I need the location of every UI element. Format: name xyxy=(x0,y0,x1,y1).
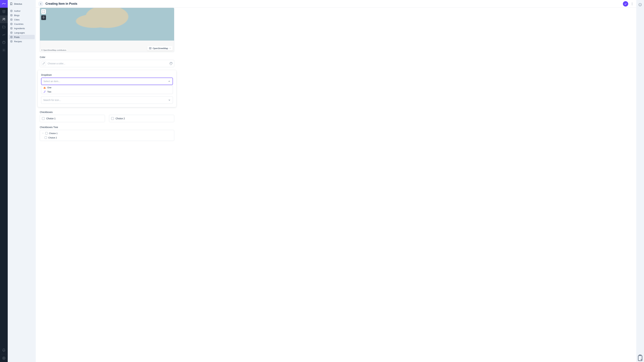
svg-point-19 xyxy=(171,62,171,63)
map-locate-button[interactable] xyxy=(41,15,46,20)
info-rail xyxy=(636,0,644,362)
collection-sidebar: Directus Author Blogs Cities Countries I… xyxy=(8,0,36,362)
color-placeholder: Choose a color... xyxy=(48,62,168,65)
brand-name: Directus xyxy=(14,3,22,5)
dropdown-option-label: One xyxy=(47,86,52,89)
svg-point-12 xyxy=(10,36,12,37)
back-button[interactable] xyxy=(38,1,44,6)
chevron-down-icon xyxy=(169,47,171,49)
svg-point-3 xyxy=(3,50,4,51)
svg-point-9 xyxy=(10,23,12,24)
activity-button[interactable] xyxy=(636,354,644,362)
brand-logo[interactable] xyxy=(0,0,8,8)
map-icon xyxy=(149,47,152,50)
color-swatch[interactable] xyxy=(41,61,46,66)
info-button[interactable] xyxy=(636,1,644,8)
module-files[interactable] xyxy=(0,23,8,31)
nav-item-languages[interactable]: Languages xyxy=(9,30,35,35)
notifications-button[interactable] xyxy=(0,347,8,354)
svg-point-8 xyxy=(10,18,12,19)
nav-item-label: Countries xyxy=(14,23,24,25)
svg-point-17 xyxy=(43,17,44,17)
page-title: Creating Item in Posts xyxy=(46,2,77,5)
nav-item-posts[interactable]: Posts xyxy=(9,35,35,39)
check-icon xyxy=(624,2,627,5)
map-fullscreen-button[interactable] xyxy=(41,9,46,14)
checkboxes-tree-field: Choice 1 Choice 2 xyxy=(40,130,174,141)
svg-point-16 xyxy=(632,4,632,5)
chevron-down-icon xyxy=(168,99,171,101)
pin-icon xyxy=(42,16,45,19)
more-vertical-icon xyxy=(632,2,632,5)
module-docs[interactable] xyxy=(0,38,8,46)
tree-item-label: Choice 1 xyxy=(49,132,58,135)
svg-point-13 xyxy=(10,40,12,41)
save-button[interactable] xyxy=(623,1,628,6)
nav-item-label: Blogs xyxy=(14,14,20,16)
dropdown-toggle[interactable] xyxy=(168,80,170,83)
checkbox-label: Choice 1 xyxy=(46,117,56,120)
icon-search-input[interactable]: Search for icon... xyxy=(41,96,173,104)
palette-button[interactable] xyxy=(170,62,173,65)
svg-point-18 xyxy=(170,63,170,63)
svg-point-5 xyxy=(3,357,4,358)
nav-item-recipes[interactable]: Recipes xyxy=(9,39,35,43)
module-content[interactable] xyxy=(0,8,8,15)
sidebar-header: Directus xyxy=(8,0,36,8)
svg-point-20 xyxy=(172,63,172,63)
color-field[interactable]: Choose a color... xyxy=(40,60,174,67)
nav-item-cities[interactable]: Cities xyxy=(9,17,35,22)
dropdown-menu: One Two xyxy=(41,85,173,94)
svg-point-6 xyxy=(10,10,12,10)
map-field[interactable]: OpenStreetMap © OpenStreetMap contributo… xyxy=(40,8,174,52)
nav-item-label: Posts xyxy=(14,36,20,38)
nav-item-blogs[interactable]: Blogs xyxy=(9,13,35,17)
checkbox-label: Choice 2 xyxy=(116,117,125,120)
svg-point-21 xyxy=(45,91,45,91)
svg-point-1 xyxy=(4,18,5,19)
tree-item-choice-1[interactable]: Choice 1 xyxy=(40,131,174,135)
page-header: Creating Item in Posts xyxy=(36,0,636,8)
dropdown-option-two[interactable]: Two xyxy=(41,90,173,94)
checkbox-icon xyxy=(111,117,114,120)
map-layer-selector[interactable]: OpenStreetMap xyxy=(147,46,173,51)
field-label-checkboxes: Checkboxes xyxy=(40,111,174,113)
dropdown-input[interactable]: Select an item... xyxy=(41,78,173,85)
module-insights[interactable] xyxy=(0,31,8,38)
dropdown-placeholder: Select an item... xyxy=(44,80,166,83)
nav-item-author[interactable]: Author xyxy=(9,9,35,13)
dropdown-option-label: Two xyxy=(47,90,51,93)
tree-item-choice-2[interactable]: Choice 2 xyxy=(40,135,174,140)
checkbox-choice-1[interactable]: Choice 1 xyxy=(40,115,105,122)
checkbox-icon xyxy=(45,132,48,134)
info-icon xyxy=(638,3,642,6)
account-button[interactable] xyxy=(0,354,8,362)
field-label-dropdown: Dropdown xyxy=(41,73,173,76)
checkbox-choice-2[interactable]: Choice 2 xyxy=(109,115,174,122)
nav-item-label: Recipes xyxy=(14,40,22,43)
svg-point-7 xyxy=(10,14,12,15)
svg-point-15 xyxy=(632,3,632,4)
nav-item-label: Author xyxy=(14,10,20,12)
nav-item-label: Languages xyxy=(14,31,25,34)
module-settings[interactable] xyxy=(0,46,8,54)
field-label-checkboxes-tree: Checkboxes Tree xyxy=(40,126,174,129)
svg-point-10 xyxy=(10,27,12,28)
clipboard-icon xyxy=(636,354,644,362)
tree-item-label: Choice 2 xyxy=(48,136,57,139)
module-rail xyxy=(0,0,8,362)
icon-search-placeholder: Search for icon... xyxy=(43,99,168,101)
dropdown-section: Dropdown Select an item... One Two xyxy=(38,70,176,107)
nav-item-ingredients[interactable]: Ingredients xyxy=(9,26,35,30)
fullscreen-icon xyxy=(42,10,45,13)
svg-point-14 xyxy=(632,2,632,3)
module-users[interactable] xyxy=(0,15,8,23)
more-button[interactable] xyxy=(630,1,634,6)
arrow-left-icon xyxy=(39,2,42,5)
ski-icon xyxy=(43,90,46,93)
svg-point-0 xyxy=(3,18,4,19)
dropdown-option-one[interactable]: One xyxy=(41,85,173,90)
palette-icon xyxy=(170,62,173,65)
nav-item-countries[interactable]: Countries xyxy=(9,22,35,26)
nav-item-label: Cities xyxy=(14,18,20,21)
